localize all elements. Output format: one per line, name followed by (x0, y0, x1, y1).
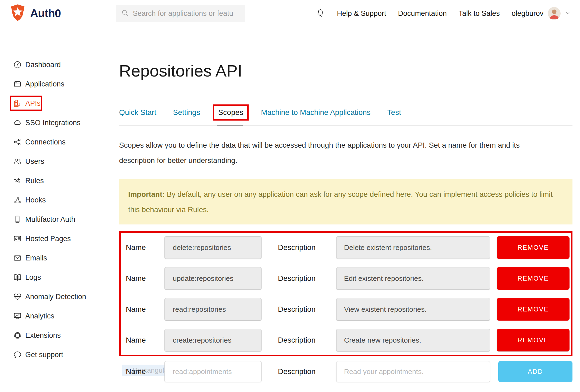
sidebar-item-sso-integrations[interactable]: SSO Integrations (0, 116, 119, 129)
description-label: Description (278, 367, 336, 376)
scope-description-input[interactable] (336, 236, 490, 259)
emails-icon (13, 254, 22, 262)
connections-icon (13, 138, 22, 146)
sidebar: Dashboard Applications APIs (0, 27, 119, 392)
tab-machine-to-machine[interactable]: Machine to Machine Applications (261, 108, 371, 117)
new-scope-name-input[interactable] (164, 361, 262, 382)
active-tab-indicator (217, 125, 243, 126)
red-annotation-scopes: Scopes (213, 104, 249, 121)
scope-name-input[interactable] (164, 236, 262, 259)
important-warning-banner: Important: By default, any user on any a… (119, 179, 572, 224)
sidebar-item-label: Extensions (25, 331, 61, 340)
sidebar-item-label: Connections (25, 138, 66, 146)
scope-name-input[interactable] (164, 329, 262, 351)
scope-row: Name Description REMOVE (126, 236, 570, 259)
sidebar-item-apis[interactable]: APIs (0, 97, 119, 110)
name-label: Name (126, 305, 164, 314)
dashboard-icon (13, 60, 22, 69)
remove-button[interactable]: REMOVE (497, 267, 570, 290)
sidebar-item-get-support[interactable]: Get support (0, 348, 119, 361)
sidebar-item-label: Get support (25, 351, 63, 359)
sidebar-item-label: APIs (25, 99, 41, 108)
multifactor-auth-icon (13, 215, 22, 224)
sidebar-item-users[interactable]: Users (0, 155, 119, 168)
sidebar-item-extensions[interactable]: Extensions (0, 329, 119, 342)
add-button[interactable]: ADD (498, 361, 572, 382)
global-search[interactable] (116, 5, 245, 22)
help-support-link[interactable]: Help & Support (337, 9, 386, 18)
logs-icon (13, 273, 22, 282)
description-label: Description (278, 243, 336, 252)
sidebar-item-hooks[interactable]: Hooks (0, 194, 119, 206)
get-support-icon (13, 350, 22, 359)
sidebar-item-label: Dashboard (25, 61, 61, 69)
search-input[interactable] (133, 9, 240, 18)
applications-icon (13, 80, 22, 88)
warning-text: By default, any user on any application … (128, 190, 553, 214)
talk-to-sales-link[interactable]: Talk to Sales (459, 9, 500, 18)
sidebar-item-label: Users (25, 157, 44, 166)
sidebar-item-label: Hooks (25, 196, 46, 204)
analytics-icon (13, 312, 22, 320)
user-name: olegburov (511, 9, 543, 18)
sidebar-item-label: Anomaly Detection (25, 293, 86, 301)
auth0-logo-text: Auth0 (30, 7, 61, 20)
sidebar-item-label: Multifactor Auth (25, 215, 75, 224)
sidebar-item-logs[interactable]: Logs (0, 271, 119, 284)
sidebar-item-label: Emails (25, 254, 47, 262)
hosted-pages-icon (13, 234, 22, 243)
sidebar-item-anomaly-detection[interactable]: Anomaly Detection (0, 290, 119, 303)
tab-test[interactable]: Test (387, 108, 401, 117)
description-label: Description (278, 274, 336, 283)
sidebar-item-applications[interactable]: Applications (0, 78, 119, 90)
tab-settings[interactable]: Settings (173, 108, 200, 117)
name-label: Name (126, 274, 164, 283)
remove-button[interactable]: REMOVE (497, 298, 570, 321)
bell-icon[interactable] (316, 8, 325, 19)
scope-description-input[interactable] (336, 267, 490, 290)
sidebar-item-label: SSO Integrations (25, 119, 81, 127)
sidebar-item-connections[interactable]: Connections (0, 136, 119, 148)
new-scope-description-input[interactable] (336, 361, 490, 382)
hooks-icon (13, 196, 22, 204)
add-scope-row: ✂ Rectangular Snip Name Description ADD (119, 361, 572, 382)
sidebar-item-analytics[interactable]: Analytics (0, 310, 119, 322)
sidebar-item-label: Rules (25, 177, 44, 185)
name-label: Name (126, 367, 164, 376)
chevron-down-icon (565, 10, 570, 17)
red-annotation-scope-rows: Name Description REMOVE Name Description… (119, 231, 572, 356)
top-bar: Auth0 Help & Support Documentation Talk … (0, 0, 580, 27)
tab-quick-start[interactable]: Quick Start (119, 108, 156, 117)
scope-description-input[interactable] (336, 329, 490, 351)
rules-icon (13, 176, 22, 185)
sidebar-item-hosted-pages[interactable]: Hosted Pages (0, 232, 119, 245)
tab-bar: Quick Start Settings Scopes Machine to M… (119, 108, 572, 126)
remove-button[interactable]: REMOVE (497, 329, 570, 351)
tab-scopes[interactable]: Scopes (218, 108, 243, 117)
user-avatar (548, 7, 561, 20)
name-label: Name (126, 336, 164, 344)
extensions-icon (13, 331, 22, 340)
description-label: Description (278, 336, 336, 344)
warning-prefix: Important: (128, 190, 165, 198)
auth0-shield-icon (10, 4, 26, 23)
sidebar-item-dashboard[interactable]: Dashboard (0, 58, 119, 71)
remove-button[interactable]: REMOVE (497, 236, 570, 259)
documentation-link[interactable]: Documentation (398, 9, 447, 18)
sidebar-item-emails[interactable]: Emails (0, 252, 119, 264)
user-menu[interactable]: olegburov (511, 7, 570, 20)
sidebar-item-rules[interactable]: Rules (0, 174, 119, 187)
sidebar-item-label: Hosted Pages (25, 235, 71, 243)
anomaly-detection-icon (13, 292, 22, 301)
sidebar-item-label: Applications (25, 80, 65, 88)
search-icon (121, 9, 129, 18)
scope-description-input[interactable] (336, 298, 490, 321)
users-icon (13, 157, 22, 166)
auth0-logo[interactable]: Auth0 (10, 4, 61, 23)
sidebar-item-label: Logs (25, 273, 41, 282)
scope-row: Name Description REMOVE (126, 267, 570, 290)
scope-name-input[interactable] (164, 267, 262, 290)
scope-row: Name Description REMOVE (126, 298, 570, 321)
sidebar-item-multifactor-auth[interactable]: Multifactor Auth (0, 213, 119, 226)
scope-name-input[interactable] (164, 298, 262, 321)
